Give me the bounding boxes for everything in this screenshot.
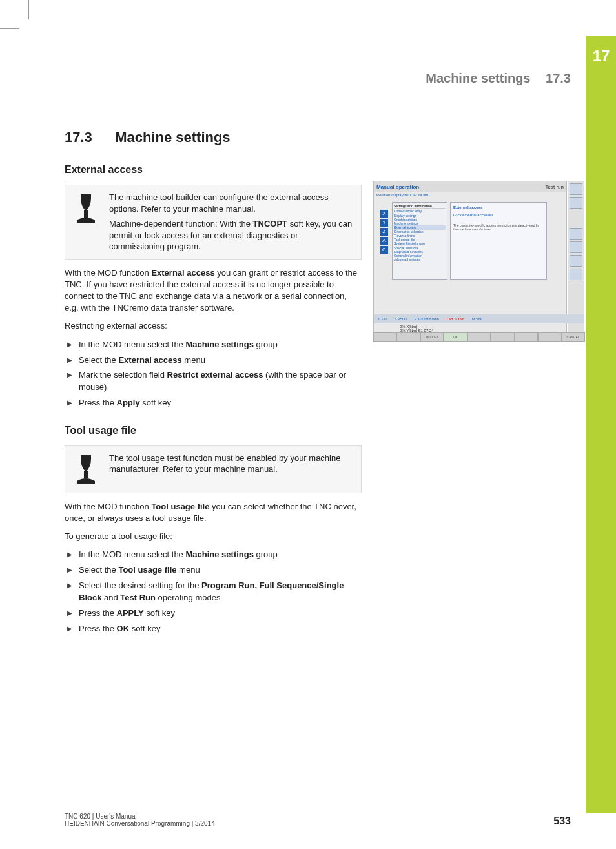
ss-mode-right: Test run xyxy=(546,184,564,190)
note-text: The machine tool builder can configure t… xyxy=(109,192,353,252)
ext-access-paragraph: With the MOD function External access yo… xyxy=(65,267,362,314)
panel-note: The computer-specific access restriction… xyxy=(453,223,544,231)
page-footer: TNC 620 | User's Manual HEIDENHAIN Conve… xyxy=(65,813,571,827)
sidebar-button-icon xyxy=(570,183,582,195)
axis-label: X xyxy=(380,210,388,218)
ss-panel: External access Lock external accesses T… xyxy=(450,202,547,280)
softkey-tncopt: TNCOPT xyxy=(420,332,444,342)
note-text: The tool usage test function must be ena… xyxy=(109,453,353,486)
list-item: ▶ Select the Tool usage file menu xyxy=(65,564,362,577)
axis-label: A xyxy=(380,237,388,245)
ss-statusbar: T 1.0 S 2500 F 100/mm/min Ovr 100% M 5/9 xyxy=(374,314,584,323)
softkey-ok: OK xyxy=(444,332,467,342)
softkey xyxy=(491,332,514,342)
tree-item: Advanced settings xyxy=(394,258,446,261)
triangle-bullet-icon: ▶ xyxy=(67,566,72,575)
footer-line2: HEIDENHAIN Conversational Programming | … xyxy=(65,820,215,827)
ss-body: X Y Z A C Settings and information Code-… xyxy=(374,198,566,308)
triangle-bullet-icon: ▶ xyxy=(67,340,72,350)
softkey xyxy=(515,332,538,342)
ss-axis-column: X Y Z A C xyxy=(380,210,388,255)
footer-text: TNC 620 | User's Manual HEIDENHAIN Conve… xyxy=(65,813,215,827)
section-number: 17.3 xyxy=(65,129,111,146)
triangle-bullet-icon: ▶ xyxy=(67,356,72,365)
status-s: S 2500 xyxy=(395,317,407,321)
chapter-number: 17 xyxy=(586,36,616,65)
section-title: 17.3 Machine settings xyxy=(65,129,555,146)
note-p: The tool usage test function must be ena… xyxy=(109,453,353,475)
ext-access-steps: ▶ In the MOD menu select the Machine set… xyxy=(65,339,362,409)
ss-settings-tree: Settings and information Code-number ent… xyxy=(392,202,447,280)
tool-usage-steps: ▶ In the MOD menu select the Machine set… xyxy=(65,549,362,635)
note-box-tool-usage: The tool usage test function must be ena… xyxy=(65,445,362,493)
ss-softkey-row: TNCOPT OK CANCEL xyxy=(373,332,585,342)
section-name: Machine settings xyxy=(115,129,230,145)
status-ovr: Ovr 100% xyxy=(447,317,464,321)
list-item: ▶ In the MOD menu select the Machine set… xyxy=(65,339,362,351)
ext-access-intro: Restricting external access: xyxy=(65,320,362,332)
heading-tool-usage: Tool usage file xyxy=(65,425,555,436)
triangle-bullet-icon: ▶ xyxy=(67,581,72,591)
list-item: ▶ Mark the selection field Restrict exte… xyxy=(65,369,362,394)
svg-rect-0 xyxy=(84,210,88,218)
triangle-bullet-icon: ▶ xyxy=(67,624,72,634)
running-header: Machine settings 17.3 xyxy=(426,71,571,86)
list-item: ▶ Select the External access menu xyxy=(65,354,362,367)
running-header-title: Machine settings xyxy=(426,71,530,85)
softkey xyxy=(538,332,561,342)
running-header-section: 17.3 xyxy=(546,71,571,85)
status-f: F 100/mm/min xyxy=(415,317,439,321)
chapter-side-tab: 17 xyxy=(586,36,616,813)
machine-builder-icon xyxy=(72,453,100,486)
list-item: ▶ Press the Apply soft key xyxy=(65,397,362,409)
tree-header: Settings and information xyxy=(394,204,446,209)
tool-usage-paragraph: With the MOD function Tool usage file yo… xyxy=(65,501,362,524)
status-t: T 1.0 xyxy=(378,317,387,321)
svg-rect-1 xyxy=(84,471,88,478)
panel-title: External access xyxy=(453,205,544,209)
page-content: 17.3 Machine settings External access Th… xyxy=(65,129,555,651)
tnc-screenshot: Manual operation Test run Position displ… xyxy=(373,181,567,342)
note-box-external-access: The machine tool builder can configure t… xyxy=(65,185,362,260)
note-p2: Machine-dependent function: With the TNC… xyxy=(109,218,353,252)
list-item: ▶ Press the OK soft key xyxy=(65,623,362,635)
ss-mode-left: Manual operation xyxy=(376,184,419,190)
sidebar-button-icon xyxy=(570,197,582,209)
ss-titlebar: Manual operation Test run xyxy=(374,181,566,192)
note-p1: The machine tool builder can configure t… xyxy=(109,192,353,214)
crop-marks xyxy=(0,0,616,32)
triangle-bullet-icon: ▶ xyxy=(67,550,72,560)
status-m: M 5/9 xyxy=(472,317,482,321)
axis-label: C xyxy=(380,246,388,254)
ss-position-display: Position display MODE: NOML. xyxy=(374,192,566,198)
softkey-cancel: CANCEL xyxy=(562,332,585,342)
page-number: 533 xyxy=(553,815,571,827)
softkey xyxy=(396,332,420,342)
axis-label: Y xyxy=(380,219,388,227)
softkey xyxy=(467,332,491,342)
sidebar-button-icon xyxy=(570,241,582,253)
triangle-bullet-icon: ▶ xyxy=(67,371,72,380)
sidebar-button-icon xyxy=(570,228,582,240)
sidebar-button-icon xyxy=(570,269,582,280)
tool-usage-intro: To generate a tool usage file: xyxy=(65,531,362,542)
sidebar-button-icon xyxy=(570,255,582,267)
axis-label: Z xyxy=(380,228,388,236)
triangle-bullet-icon: ▶ xyxy=(67,398,72,408)
panel-lock-label: Lock external accesses xyxy=(453,213,544,217)
triangle-bullet-icon: ▶ xyxy=(67,609,72,619)
footer-line1: TNC 620 | User's Manual xyxy=(65,813,215,820)
heading-external-access: External access xyxy=(65,164,555,176)
list-item: ▶ Press the APPLY soft key xyxy=(65,608,362,620)
list-item: ▶ In the MOD menu select the Machine set… xyxy=(65,549,362,561)
ss-feed: 0% X[Nm] 0% Y[Nm] S1 07:24 xyxy=(400,325,434,332)
list-item: ▶ Select the desired setting for the Pro… xyxy=(65,580,362,604)
machine-builder-icon xyxy=(72,192,100,252)
softkey xyxy=(373,332,396,342)
